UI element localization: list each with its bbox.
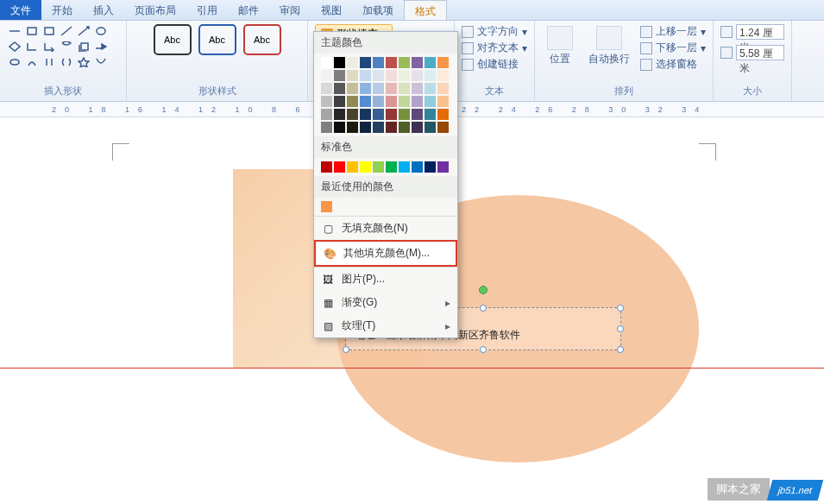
color-swatch[interactable] (321, 70, 332, 81)
text-direction-button[interactable]: 文字方向 ▾ (462, 24, 527, 39)
bring-forward-button[interactable]: 上移一层 ▾ (640, 24, 706, 39)
color-swatch[interactable] (437, 96, 449, 107)
tab-references[interactable]: 引用 (186, 0, 228, 20)
color-swatch[interactable] (321, 83, 332, 94)
color-swatch[interactable] (321, 201, 332, 212)
color-swatch[interactable] (321, 161, 332, 173)
height-field[interactable]: 1.24 厘米 (720, 24, 784, 40)
color-swatch[interactable] (437, 70, 449, 81)
color-swatch[interactable] (399, 57, 410, 68)
color-swatch[interactable] (334, 70, 345, 81)
color-swatch[interactable] (399, 109, 410, 120)
color-swatch[interactable] (386, 57, 397, 68)
color-swatch[interactable] (412, 57, 423, 68)
color-swatch[interactable] (321, 109, 332, 120)
color-swatch[interactable] (360, 109, 371, 120)
color-swatch[interactable] (437, 122, 449, 133)
width-field[interactable]: 5.58 厘米 (720, 45, 784, 60)
color-swatch[interactable] (437, 161, 449, 173)
tab-view[interactable]: 视图 (311, 0, 352, 20)
gradient-fill-item[interactable]: ▦渐变(G)▸ (314, 291, 457, 314)
color-swatch[interactable] (412, 161, 423, 173)
color-swatch[interactable] (321, 96, 332, 107)
color-swatch[interactable] (412, 70, 423, 81)
color-swatch[interactable] (425, 109, 436, 120)
color-swatch[interactable] (347, 109, 358, 120)
resize-handle-tr[interactable] (617, 305, 624, 312)
color-swatch[interactable] (412, 109, 423, 120)
picture-fill-item[interactable]: 🖼图片(P)... (314, 268, 457, 291)
resize-handle-r[interactable] (617, 325, 624, 332)
color-swatch[interactable] (399, 83, 410, 94)
color-swatch[interactable] (360, 161, 371, 173)
color-swatch[interactable] (360, 83, 371, 94)
color-swatch[interactable] (412, 122, 423, 133)
color-swatch[interactable] (334, 122, 345, 133)
color-swatch[interactable] (360, 122, 371, 133)
color-swatch[interactable] (360, 70, 371, 81)
color-swatch[interactable] (425, 161, 436, 173)
tab-insert[interactable]: 插入 (83, 0, 124, 20)
color-swatch[interactable] (373, 70, 384, 81)
tab-layout[interactable]: 页面布局 (124, 0, 186, 20)
resize-handle-bl[interactable] (343, 346, 349, 353)
create-link-button[interactable]: 创建链接 (462, 57, 527, 72)
tab-review[interactable]: 审阅 (269, 0, 311, 20)
color-swatch[interactable] (399, 161, 410, 173)
color-swatch[interactable] (373, 57, 384, 68)
tab-addins[interactable]: 加载项 (352, 0, 404, 20)
standard-color-grid[interactable] (314, 158, 457, 176)
shapes-gallery[interactable] (7, 24, 119, 69)
rotate-handle[interactable] (479, 286, 487, 294)
color-swatch[interactable] (321, 57, 332, 68)
recent-color-grid[interactable] (314, 198, 457, 216)
tab-home[interactable]: 开始 (41, 0, 83, 20)
resize-handle-br[interactable] (617, 346, 624, 353)
color-swatch[interactable] (425, 122, 436, 133)
color-swatch[interactable] (399, 70, 410, 81)
color-swatch[interactable] (412, 96, 423, 107)
color-swatch[interactable] (373, 122, 384, 133)
color-swatch[interactable] (347, 70, 358, 81)
color-swatch[interactable] (334, 161, 345, 173)
resize-handle-b[interactable] (480, 346, 487, 353)
color-swatch[interactable] (437, 109, 449, 120)
color-swatch[interactable] (386, 109, 397, 120)
color-swatch[interactable] (347, 122, 358, 133)
color-swatch[interactable] (386, 70, 397, 81)
color-swatch[interactable] (347, 96, 358, 107)
color-swatch[interactable] (373, 161, 384, 173)
more-colors-item[interactable]: 🎨其他填充颜色(M)... (314, 240, 457, 267)
color-swatch[interactable] (386, 83, 397, 94)
color-swatch[interactable] (425, 57, 436, 68)
color-swatch[interactable] (334, 109, 345, 120)
color-swatch[interactable] (437, 83, 449, 94)
theme-color-grid[interactable] (314, 54, 457, 136)
style-preset-3[interactable]: Abc (243, 24, 281, 55)
color-swatch[interactable] (386, 161, 397, 173)
color-swatch[interactable] (373, 83, 384, 94)
color-swatch[interactable] (347, 57, 358, 68)
color-swatch[interactable] (386, 122, 397, 133)
texture-fill-item[interactable]: ▨纹理(T)▸ (314, 314, 457, 337)
style-preset-2[interactable]: Abc (198, 24, 236, 55)
color-swatch[interactable] (360, 96, 371, 107)
selection-pane-button[interactable]: 选择窗格 (640, 57, 706, 72)
no-fill-item[interactable]: ▢无填充颜色(N) (314, 217, 457, 240)
align-text-button[interactable]: 对齐文本 ▾ (462, 41, 527, 55)
color-swatch[interactable] (360, 57, 371, 68)
color-swatch[interactable] (425, 70, 436, 81)
send-backward-button[interactable]: 下移一层 ▾ (640, 41, 706, 55)
color-swatch[interactable] (321, 122, 332, 133)
color-swatch[interactable] (386, 96, 397, 107)
color-swatch[interactable] (347, 161, 358, 173)
tab-file[interactable]: 文件 (0, 0, 41, 20)
color-swatch[interactable] (399, 96, 410, 107)
color-swatch[interactable] (334, 96, 345, 107)
wrap-text-button[interactable]: 自动换行 (583, 24, 635, 72)
tab-format[interactable]: 格式 (404, 0, 447, 20)
tab-mail[interactable]: 邮件 (228, 0, 269, 20)
color-swatch[interactable] (425, 96, 436, 107)
style-preset-1[interactable]: Abc (154, 24, 192, 55)
color-swatch[interactable] (334, 83, 345, 94)
